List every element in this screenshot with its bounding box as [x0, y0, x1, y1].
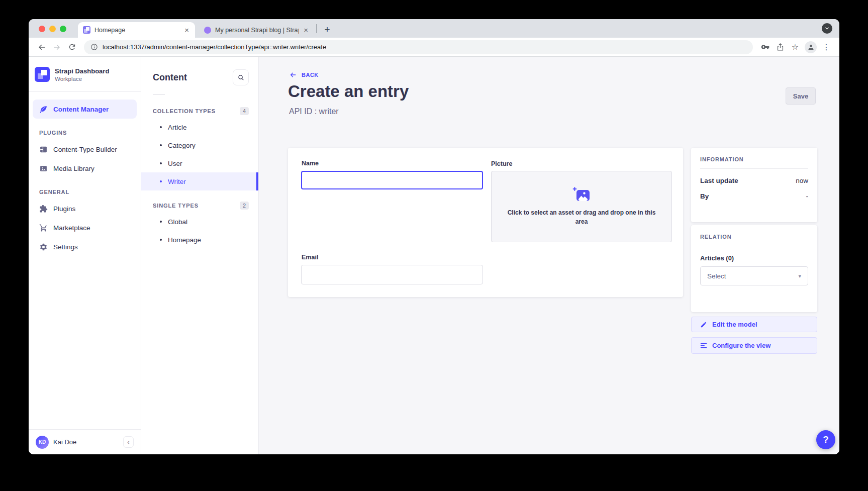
collection-type-user[interactable]: User [141, 154, 258, 172]
workspace-brand[interactable]: Strapi Dashboard Workplace [29, 57, 141, 91]
by-row: By - [700, 192, 808, 200]
puzzle-icon [39, 205, 48, 213]
content-panel-title: Content [153, 72, 187, 83]
add-image-icon [572, 187, 591, 203]
shopping-cart-icon [39, 224, 48, 232]
password-key-button[interactable] [758, 40, 772, 54]
search-button[interactable] [233, 69, 249, 85]
close-window-button[interactable] [39, 26, 45, 32]
bullet-icon [160, 126, 162, 128]
picture-upload-dropzone[interactable]: Click to select an asset or drag and dro… [491, 171, 672, 242]
sidebar-spacer [29, 256, 141, 429]
close-tab-icon[interactable]: × [303, 26, 309, 34]
chevron-down-icon: ▾ [798, 273, 801, 279]
sidebar-nav: Content Manager PLUGINS Content-Type Bui… [29, 92, 141, 256]
pencil-icon [700, 321, 707, 328]
configure-view-label: Configure the view [712, 342, 770, 349]
active-item-indicator [256, 172, 258, 190]
strapi-favicon-icon [83, 26, 90, 34]
collection-types-label: COLLECTION TYPES [153, 108, 216, 114]
single-types-list: Global Homepage [141, 213, 258, 249]
single-type-label: Homepage [168, 236, 201, 244]
by-value: - [806, 192, 809, 200]
single-type-homepage[interactable]: Homepage [141, 231, 258, 249]
reload-icon [68, 43, 76, 51]
bullet-icon [160, 239, 162, 241]
sidebar-item-label: Marketplace [53, 224, 90, 232]
search-icon [237, 74, 245, 81]
back-link[interactable]: BACK [289, 71, 319, 79]
tab-search-button[interactable] [822, 23, 832, 34]
sidebar-section-general: GENERAL [33, 178, 137, 199]
forward-button[interactable] [50, 40, 64, 54]
minimize-window-button[interactable] [49, 26, 56, 32]
collection-type-label: User [168, 160, 182, 167]
tab-homepage[interactable]: Homepage × [78, 22, 195, 38]
maximize-window-button[interactable] [60, 26, 66, 32]
collection-type-category[interactable]: Category [141, 136, 258, 154]
blog-favicon-icon [204, 27, 211, 34]
select-placeholder: Select [707, 272, 726, 280]
browser-menu-button[interactable]: ⋮ [819, 40, 833, 54]
tab-separator [316, 24, 317, 33]
name-input[interactable] [301, 171, 483, 189]
entry-form-card: Name Picture Click to select an asset or… [288, 148, 683, 297]
back-button[interactable] [35, 40, 49, 54]
relation-divider [700, 246, 808, 246]
collection-type-label: Article [168, 124, 187, 131]
url-text: localhost:1337/admin/content-manager/col… [103, 43, 326, 51]
sidebar-item-label: Settings [53, 243, 78, 251]
collection-type-label: Category [168, 142, 196, 149]
sidebar-item-marketplace[interactable]: Marketplace [33, 218, 137, 237]
sidebar-item-content-type-builder[interactable]: Content-Type Builder [33, 140, 137, 159]
url-bar[interactable]: localhost:1337/admin/content-manager/col… [84, 40, 753, 54]
user-name: Kai Doe [53, 438, 119, 446]
bullet-icon [160, 144, 162, 146]
layout-builder-icon [39, 145, 48, 154]
window-controls [39, 26, 66, 32]
workspace-subtitle: Workplace [55, 76, 109, 82]
content-panel-divider [153, 94, 165, 95]
save-button[interactable]: Save [786, 87, 816, 105]
browser-profile-button[interactable] [805, 41, 817, 53]
relation-title: RELATION [700, 234, 808, 240]
bookmark-star-button[interactable]: ☆ [788, 40, 802, 54]
person-icon [807, 43, 815, 51]
help-button[interactable]: ? [816, 430, 835, 449]
edit-model-button[interactable]: Edit the model [691, 317, 817, 332]
configure-view-button[interactable]: Configure the view [691, 337, 817, 354]
sidebar-item-content-manager[interactable]: Content Manager [33, 100, 137, 119]
page-info-icon[interactable] [90, 43, 98, 51]
information-divider [700, 168, 808, 169]
picture-upload-hint: Click to select an asset or drag and dro… [502, 208, 661, 226]
articles-select[interactable]: Select ▾ [700, 266, 808, 285]
collapse-sidebar-button[interactable]: ‹ [123, 436, 134, 448]
reload-button[interactable] [65, 40, 79, 54]
email-input[interactable] [301, 265, 483, 284]
user-avatar[interactable]: KD [36, 436, 49, 449]
new-tab-button[interactable]: + [321, 23, 334, 36]
collection-types-count-badge: 4 [240, 107, 249, 115]
collection-type-article[interactable]: Article [141, 118, 258, 136]
api-id-subtitle: API ID : writer [289, 107, 339, 116]
tab-strapi-blog[interactable]: My personal Strapi blog | Strap × [200, 23, 313, 37]
sidebar-item-label: Plugins [53, 205, 75, 213]
browser-toolbar: localhost:1337/admin/content-manager/col… [29, 38, 839, 57]
main-content: BACK Create an entry API ID : writer Sav… [259, 57, 839, 454]
back-arrow-icon [289, 71, 297, 79]
sidebar-item-plugins[interactable]: Plugins [33, 199, 137, 218]
sidebar-section-plugins: PLUGINS [33, 119, 137, 140]
edit-model-label: Edit the model [712, 321, 757, 328]
sidebar-item-settings[interactable]: Settings [33, 237, 137, 256]
close-tab-icon[interactable]: × [183, 26, 190, 34]
media-image-icon [39, 164, 48, 173]
sidebar-item-media-library[interactable]: Media Library [33, 159, 137, 178]
share-button[interactable] [773, 40, 787, 54]
content-panel-header: Content [141, 57, 258, 85]
single-type-global[interactable]: Global [141, 213, 258, 231]
by-label: By [700, 192, 709, 200]
single-type-label: Global [168, 218, 187, 226]
main-sidebar: Strapi Dashboard Workplace Content Manag… [29, 57, 141, 454]
collection-type-writer[interactable]: Writer [141, 172, 258, 190]
workspace-title: Strapi Dashboard [55, 67, 109, 75]
